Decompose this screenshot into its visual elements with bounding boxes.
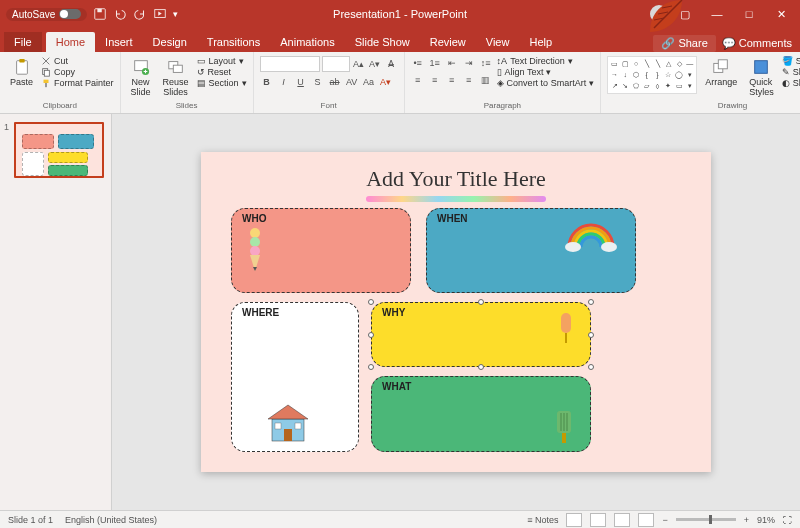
- save-icon[interactable]: [93, 7, 107, 21]
- decrease-font-icon[interactable]: A▾: [368, 57, 382, 71]
- zoom-slider[interactable]: [676, 518, 736, 521]
- slide-canvas[interactable]: Add Your Title Here WHO WHEN: [112, 114, 800, 510]
- zoom-percent[interactable]: 91%: [757, 515, 775, 525]
- quick-styles-button[interactable]: Quick Styles: [745, 56, 778, 99]
- slideshow-view-button[interactable]: [638, 513, 654, 527]
- svg-point-17: [250, 228, 260, 238]
- ribbon-group-slides: New Slide Reuse Slides ▭ Layout ▾ ↺ Rese…: [121, 52, 254, 113]
- card-who[interactable]: WHO: [231, 208, 411, 293]
- font-family-select[interactable]: [260, 56, 320, 72]
- tab-file[interactable]: File: [4, 32, 42, 52]
- zoom-out-button[interactable]: −: [662, 515, 667, 525]
- italic-button[interactable]: I: [277, 75, 291, 89]
- line-spacing-button[interactable]: ↕≡: [479, 56, 493, 70]
- align-left-button[interactable]: ≡: [411, 73, 425, 87]
- font-size-select[interactable]: [322, 56, 350, 72]
- card-where-label: WHERE: [242, 307, 279, 318]
- ribbon-group-paragraph: •≡ 1≡ ⇤ ⇥ ↕≡ ≡ ≡ ≡ ≡ ▥ ↕A Text Direction…: [405, 52, 602, 113]
- language-indicator[interactable]: English (United States): [65, 515, 157, 525]
- tab-home[interactable]: Home: [46, 32, 95, 52]
- redo-icon[interactable]: [133, 7, 147, 21]
- shape-effects-button[interactable]: ◐ Shape Effects ▾: [782, 78, 800, 88]
- text-direction-button[interactable]: ↕A Text Direction ▾: [497, 56, 595, 66]
- format-painter-button[interactable]: Format Painter: [41, 78, 114, 88]
- tab-help[interactable]: Help: [519, 32, 562, 52]
- notes-button[interactable]: ≡ Notes: [527, 515, 558, 525]
- slideshow-icon[interactable]: [153, 7, 167, 21]
- section-button[interactable]: ▤ Section ▾: [197, 78, 247, 88]
- card-where[interactable]: WHERE: [231, 302, 359, 452]
- card-why[interactable]: WHY: [371, 302, 591, 367]
- title-bar: AutoSave ▾ Presentation1 - PowerPoint A …: [0, 0, 800, 28]
- ribbon-tabs: File Home Insert Design Transitions Anim…: [0, 28, 800, 52]
- tab-review[interactable]: Review: [420, 32, 476, 52]
- normal-view-button[interactable]: [566, 513, 582, 527]
- tab-transitions[interactable]: Transitions: [197, 32, 270, 52]
- slide-title[interactable]: Add Your Title Here: [201, 166, 711, 192]
- paste-button[interactable]: Paste: [6, 56, 37, 89]
- popsicle-green-icon: [554, 409, 574, 445]
- tab-design[interactable]: Design: [143, 32, 197, 52]
- underline-button[interactable]: U: [294, 75, 308, 89]
- svg-rect-14: [718, 60, 727, 69]
- shadow-button[interactable]: S: [311, 75, 325, 89]
- zoom-in-button[interactable]: +: [744, 515, 749, 525]
- title-underline-decoration: [366, 196, 546, 202]
- shape-fill-button[interactable]: 🪣 Shape Fill ▾: [782, 56, 800, 66]
- close-button[interactable]: ✕: [766, 0, 796, 28]
- align-right-button[interactable]: ≡: [445, 73, 459, 87]
- minimize-button[interactable]: —: [702, 0, 732, 28]
- justify-button[interactable]: ≡: [462, 73, 476, 87]
- autosave-toggle[interactable]: AutoSave: [6, 8, 87, 21]
- user-avatar[interactable]: A: [650, 5, 668, 23]
- bullets-button[interactable]: •≡: [411, 56, 425, 70]
- tab-insert[interactable]: Insert: [95, 32, 143, 52]
- ribbon-group-clipboard: Paste Cut Copy Format Painter Clipboard: [0, 52, 121, 113]
- maximize-button[interactable]: □: [734, 0, 764, 28]
- comments-button[interactable]: 💬 Comments: [722, 37, 792, 50]
- autosave-switch-icon: [59, 9, 81, 19]
- group-label-paragraph: Paragraph: [411, 101, 595, 111]
- increase-font-icon[interactable]: A▴: [352, 57, 366, 71]
- slide-sorter-view-button[interactable]: [590, 513, 606, 527]
- tab-view[interactable]: View: [476, 32, 520, 52]
- layout-button[interactable]: ▭ Layout ▾: [197, 56, 247, 66]
- align-center-button[interactable]: ≡: [428, 73, 442, 87]
- decrease-indent-button[interactable]: ⇤: [445, 56, 459, 70]
- numbering-button[interactable]: 1≡: [428, 56, 442, 70]
- svg-point-21: [601, 242, 617, 252]
- undo-icon[interactable]: [113, 7, 127, 21]
- slide-thumbnail-1[interactable]: 1: [6, 122, 105, 178]
- reset-button[interactable]: ↺ Reset: [197, 67, 247, 77]
- ribbon-display-button[interactable]: ▢: [670, 0, 700, 28]
- align-text-button[interactable]: ▯ Align Text ▾: [497, 67, 595, 77]
- slide-counter[interactable]: Slide 1 of 1: [8, 515, 53, 525]
- card-what[interactable]: WHAT: [371, 376, 591, 452]
- qat-dropdown-icon[interactable]: ▾: [173, 9, 178, 19]
- cut-button[interactable]: Cut: [41, 56, 114, 66]
- share-button[interactable]: 🔗 Share: [653, 35, 715, 52]
- reuse-slides-button[interactable]: Reuse Slides: [159, 56, 193, 99]
- reading-view-button[interactable]: [614, 513, 630, 527]
- card-when[interactable]: WHEN: [426, 208, 636, 293]
- arrange-button[interactable]: Arrange: [701, 56, 741, 89]
- columns-button[interactable]: ▥: [479, 73, 493, 87]
- copy-button[interactable]: Copy: [41, 67, 114, 77]
- shapes-gallery[interactable]: ▭▢○╲╲△◇— →↓⬡{}☆◯▾ ↗↘⬠▱◊✦▭▾: [607, 56, 697, 94]
- svg-rect-6: [44, 70, 49, 76]
- tab-slide-show[interactable]: Slide Show: [345, 32, 420, 52]
- clear-formatting-icon[interactable]: A̶: [384, 57, 398, 71]
- increase-indent-button[interactable]: ⇥: [462, 56, 476, 70]
- ribbon-group-font: A▴ A▾ A̶ B I U S ab AV Aa A▾ Font: [254, 52, 405, 113]
- group-label-slides: Slides: [127, 101, 247, 111]
- strikethrough-button[interactable]: ab: [328, 75, 342, 89]
- change-case-button[interactable]: Aa: [362, 75, 376, 89]
- bold-button[interactable]: B: [260, 75, 274, 89]
- tab-animations[interactable]: Animations: [270, 32, 344, 52]
- font-color-button[interactable]: A▾: [379, 75, 393, 89]
- shape-outline-button[interactable]: ✎ Shape Outline ▾: [782, 67, 800, 77]
- fit-to-window-button[interactable]: ⛶: [783, 515, 792, 525]
- convert-smartart-button[interactable]: ◈ Convert to SmartArt ▾: [497, 78, 595, 88]
- char-spacing-button[interactable]: AV: [345, 75, 359, 89]
- new-slide-button[interactable]: New Slide: [127, 56, 155, 99]
